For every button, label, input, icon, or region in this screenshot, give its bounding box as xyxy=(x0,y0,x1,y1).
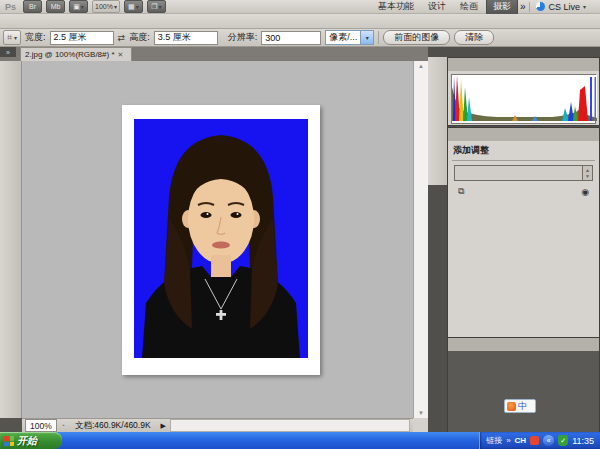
cs-live-button[interactable]: CS Live ▾ xyxy=(529,2,592,12)
toolbar-collapse-button[interactable]: » xyxy=(0,47,16,57)
cs-live-icon xyxy=(536,2,545,11)
scroll-up-icon[interactable]: ▲ xyxy=(418,63,424,69)
start-button[interactable]: 开始 xyxy=(0,432,62,449)
links-overflow-icon[interactable]: » xyxy=(506,436,510,445)
arrange-documents-button-glyph: ▣ xyxy=(73,3,80,11)
toolbar-footer xyxy=(0,418,22,432)
height-input[interactable]: 3.5 厘米 xyxy=(154,31,218,45)
mini-bridge-button-glyph: Mb xyxy=(51,3,61,10)
tool-options-bar: ⌗ ▾ 宽度: 2.5 厘米 ⇄ 高度: 3.5 厘米 分辨率: 300 像素/… xyxy=(0,29,600,47)
workspace-button[interactable]: 摄影 xyxy=(486,0,518,15)
height-label: 高度: xyxy=(129,31,150,44)
workspace-overflow-icon[interactable]: » xyxy=(520,1,526,12)
divider xyxy=(378,31,379,44)
expanded-view-icon[interactable]: ⧉ xyxy=(458,186,464,197)
ime-floating-widget[interactable]: 中 xyxy=(504,399,536,413)
clear-button[interactable]: 清除 xyxy=(454,30,494,45)
preset-listbox: ▲ ▼ xyxy=(454,165,593,181)
resolution-unit-dropdown[interactable]: 像素/... ▾ xyxy=(325,30,374,45)
status-bar: 100% ◔ 文档:460.9K/460.9K ▶ xyxy=(22,418,413,432)
visibility-icon[interactable]: ◉ xyxy=(581,187,589,197)
preset-scrollbar[interactable]: ▲ ▼ xyxy=(583,165,593,181)
mini-bridge-button[interactable]: Mb xyxy=(46,0,65,13)
panel-dock: 添加调整 ▲ ▼ ⧉ ◉ xyxy=(428,47,600,432)
layers-panel-content xyxy=(448,351,599,433)
document-tab-bar: » 2.jpg @ 100%(RGB/8#) * ✕ xyxy=(0,47,428,61)
antivirus-shield-icon[interactable]: ✓ xyxy=(558,435,568,446)
lock-icon: ◔ xyxy=(61,422,65,429)
histogram-panel-tabs xyxy=(448,58,599,71)
divider xyxy=(452,160,595,161)
width-label: 宽度: xyxy=(25,31,46,44)
bridge-button[interactable]: Br xyxy=(23,0,42,13)
ime-mode-label: 中 xyxy=(518,400,527,413)
add-adjustment-label: 添加调整 xyxy=(448,141,599,159)
document-tab[interactable]: 2.jpg @ 100%(RGB/8#) * ✕ xyxy=(20,47,132,61)
cs-live-label: CS Live xyxy=(548,2,580,12)
application-bar: Ps BrMb▣▾100%▾▦▾❐▾ 基本功能设计绘画摄影» CS Live ▾ xyxy=(0,0,600,14)
workspace-button[interactable]: 绘画 xyxy=(454,0,484,14)
chevron-down-icon: ▾ xyxy=(14,34,17,41)
document-canvas[interactable] xyxy=(122,105,320,375)
zoom-level-dropdown-glyph: 100% xyxy=(95,3,113,10)
sogou-icon xyxy=(507,402,516,411)
collapsed-panel-strip xyxy=(428,57,447,185)
tools-panel xyxy=(0,61,22,432)
resolution-label: 分辨率: xyxy=(228,31,258,44)
histogram-display xyxy=(451,74,596,124)
canvas-area[interactable] xyxy=(22,61,413,418)
windows-taskbar: 开始 链接 » CH « ✓ 11:35 xyxy=(0,432,600,449)
workspace-button[interactable]: 设计 xyxy=(422,0,452,14)
start-label: 开始 xyxy=(17,434,37,448)
crop-icon: ⌗ xyxy=(7,32,12,43)
chevron-down-icon: ▾ xyxy=(81,3,84,10)
photoshop-window: Ps BrMb▣▾100%▾▦▾❐▾ 基本功能设计绘画摄影» CS Live ▾… xyxy=(0,0,600,449)
view-extras-button[interactable]: ▦▾ xyxy=(124,0,143,13)
language-indicator[interactable]: CH xyxy=(515,436,527,445)
adjustments-panel-tabs xyxy=(448,128,599,141)
scroll-down-icon[interactable]: ▼ xyxy=(585,173,590,179)
histogram-graph xyxy=(452,75,597,121)
swap-dimensions-icon[interactable]: ⇄ xyxy=(118,33,126,43)
ime-tray-icon[interactable] xyxy=(530,436,539,445)
screen-mode-button-glyph: ❐ xyxy=(151,3,157,11)
photoshop-logo: Ps xyxy=(2,2,19,12)
arrange-documents-button[interactable]: ▣▾ xyxy=(69,0,88,13)
vertical-scrollbar[interactable]: ▲ ▼ xyxy=(413,61,428,418)
chevron-down-icon: ▾ xyxy=(360,31,373,44)
front-image-button[interactable]: 前面的图像 xyxy=(383,30,450,45)
document-tab-title: 2.jpg @ 100%(RGB/8#) * xyxy=(25,50,115,59)
workspace-switcher: 基本功能设计绘画摄影» xyxy=(372,0,526,15)
app-bar-buttons: BrMb▣▾100%▾▦▾❐▾ xyxy=(23,0,166,13)
zoom-level-dropdown[interactable]: 100%▾ xyxy=(92,0,120,13)
layers-panel xyxy=(447,337,600,432)
resolution-unit-value: 像素/... xyxy=(329,31,357,44)
scroll-down-icon[interactable]: ▼ xyxy=(418,410,424,416)
chevron-down-icon: ▾ xyxy=(583,3,586,10)
close-icon[interactable]: ✕ xyxy=(118,51,124,59)
resolution-input[interactable]: 300 xyxy=(261,31,321,45)
windows-logo-icon xyxy=(4,435,14,446)
bridge-button-glyph: Br xyxy=(29,3,36,10)
horizontal-scrollbar[interactable] xyxy=(170,419,410,432)
document-size-status: 文档:460.9K/460.9K xyxy=(69,420,157,432)
zoom-level-field[interactable]: 100% xyxy=(25,419,57,432)
chevron-down-icon: ▾ xyxy=(114,3,117,10)
preset-list xyxy=(454,165,583,181)
screen-mode-button[interactable]: ❐▾ xyxy=(147,0,166,13)
portrait-illustration xyxy=(134,119,308,358)
clock: 11:35 xyxy=(572,436,594,446)
width-input[interactable]: 2.5 厘米 xyxy=(50,31,114,45)
status-menu-arrow-icon[interactable]: ▶ xyxy=(161,422,166,430)
chevron-down-icon: ▾ xyxy=(136,3,139,10)
layers-panel-tabs xyxy=(448,338,599,351)
histogram-panel xyxy=(447,57,600,126)
links-toolbar-label[interactable]: 链接 xyxy=(486,435,502,446)
crop-tool-preset[interactable]: ⌗ ▾ xyxy=(3,30,21,45)
chevron-down-icon: ▾ xyxy=(159,3,162,10)
workspace-button[interactable]: 基本功能 xyxy=(372,0,420,14)
tray-collapse-icon[interactable]: « xyxy=(543,435,554,446)
adjustments-footer: ⧉ ◉ xyxy=(448,181,599,197)
photo[interactable] xyxy=(134,119,308,358)
menu-bar xyxy=(0,14,600,29)
